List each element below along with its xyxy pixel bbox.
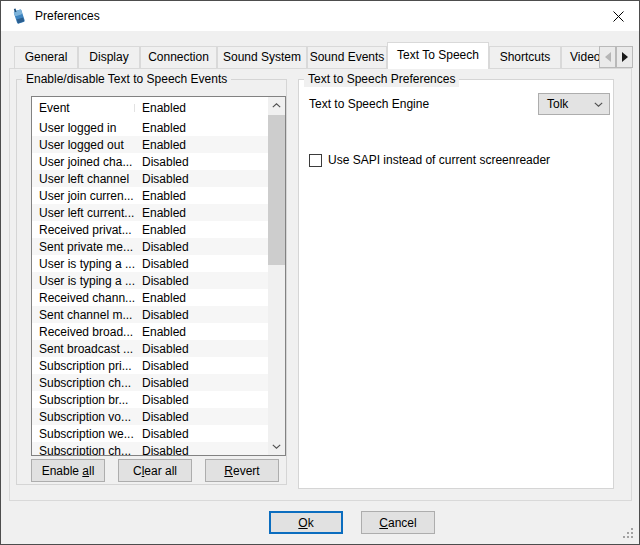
event-enabled-value: Enabled [135, 223, 268, 237]
event-name: Received chann... [32, 291, 135, 305]
list-item[interactable]: Sent private me... Disabled [32, 238, 268, 255]
scroll-right-icon [622, 52, 628, 62]
list-item[interactable]: Received chann... Enabled [32, 289, 268, 306]
event-name: Received privat... [32, 223, 135, 237]
list-item[interactable]: Received privat... Enabled [32, 221, 268, 238]
enable-all-button[interactable]: Enable all [31, 459, 105, 482]
list-item[interactable]: User is typing a ... Disabled [32, 255, 268, 272]
close-icon [613, 11, 624, 22]
preferences-dialog: Preferences General Display Connection S… [0, 0, 640, 545]
chevron-down-icon [272, 444, 281, 449]
event-enabled-value: Disabled [135, 274, 268, 288]
event-name: User is typing a ... [32, 274, 135, 288]
event-enabled-value: Enabled [135, 325, 268, 339]
event-enabled-value: Disabled [135, 155, 268, 169]
scrollbar-up-button[interactable] [268, 97, 285, 114]
event-name: Subscription vo... [32, 410, 135, 424]
close-button[interactable] [596, 1, 640, 31]
event-name: Subscription br... [32, 393, 135, 407]
use-sapi-checkbox[interactable] [309, 154, 322, 167]
event-name: Subscription ch... [32, 444, 135, 456]
event-enabled-value: Enabled [135, 121, 268, 135]
list-item[interactable]: Subscription ch... Disabled [32, 374, 268, 391]
column-header-enabled[interactable]: Enabled [135, 101, 268, 115]
use-sapi-checkbox-label[interactable]: Use SAPI instead of current screenreader [328, 150, 550, 170]
event-enabled-value: Enabled [135, 206, 268, 220]
scrollbar-thumb[interactable] [268, 115, 285, 265]
list-item[interactable]: Received broad... Enabled [32, 323, 268, 340]
event-name: User is typing a ... [32, 257, 135, 271]
event-name: Subscription pri... [32, 359, 135, 373]
list-item[interactable]: User is typing a ... Disabled [32, 272, 268, 289]
event-name: Sent channel m... [32, 308, 135, 322]
event-enabled-value: Disabled [135, 308, 268, 322]
event-list-rows: User logged in Enabled User logged out E… [32, 119, 268, 455]
tts-engine-label: Text to Speech Engine [309, 93, 429, 115]
tab-scroll-left-button[interactable] [599, 46, 616, 68]
list-item[interactable]: User joined cha... Disabled [32, 153, 268, 170]
tts-preferences-groupbox: Text to Speech Preferences [298, 79, 614, 489]
ok-button[interactable]: Ok [269, 511, 343, 534]
tts-events-group-title: Enable/disable Text to Speech Events [22, 72, 231, 87]
list-item[interactable]: User logged in Enabled [32, 119, 268, 136]
list-item[interactable]: Subscription we... Disabled [32, 425, 268, 442]
dropdown-chevron-icon [594, 102, 609, 107]
list-item[interactable]: User logged out Enabled [32, 136, 268, 153]
tts-events-list[interactable]: Event Enabled User logged in Enabled Use… [31, 96, 286, 456]
event-enabled-value: Disabled [135, 359, 268, 373]
list-item[interactable]: Sent channel m... Disabled [32, 306, 268, 323]
cancel-button[interactable]: Cancel [361, 511, 435, 534]
event-name: Subscription we... [32, 427, 135, 441]
event-name: Received broad... [32, 325, 135, 339]
list-item[interactable]: Subscription pri... Disabled [32, 357, 268, 374]
list-header[interactable]: Event Enabled [32, 97, 268, 120]
tab-display[interactable]: Display [78, 46, 140, 68]
tts-preferences-group-title: Text to Speech Preferences [304, 72, 459, 87]
window-title: Preferences [35, 1, 100, 31]
scrollbar-down-button[interactable] [268, 438, 285, 455]
event-name: Subscription ch... [32, 376, 135, 390]
tab-general[interactable]: General [14, 46, 78, 68]
event-enabled-value: Disabled [135, 257, 268, 271]
scroll-left-icon [605, 52, 611, 62]
tab-scroll-right-button[interactable] [616, 46, 633, 68]
event-name: User joined cha... [32, 155, 135, 169]
list-item[interactable]: User left channel Disabled [32, 170, 268, 187]
event-enabled-value: Disabled [135, 427, 268, 441]
event-enabled-value: Enabled [135, 291, 268, 305]
event-name: Sent broadcast ... [32, 342, 135, 356]
chevron-up-icon [272, 103, 281, 108]
tab-shortcuts[interactable]: Shortcuts [489, 46, 561, 68]
clear-all-button[interactable]: Clear all [118, 459, 192, 482]
event-enabled-value: Disabled [135, 240, 268, 254]
event-name: User logged out [32, 138, 135, 152]
tab-sound-events[interactable]: Sound Events [307, 46, 387, 68]
column-header-event[interactable]: Event [32, 101, 135, 115]
tts-engine-dropdown[interactable]: Tolk [538, 93, 610, 115]
event-enabled-value: Enabled [135, 189, 268, 203]
titlebar[interactable]: Preferences [1, 1, 639, 31]
event-name: Sent private me... [32, 240, 135, 254]
list-item[interactable]: Subscription ch... Disabled [32, 442, 268, 455]
event-enabled-value: Disabled [135, 342, 268, 356]
tab-sound-system[interactable]: Sound System [217, 46, 307, 68]
event-enabled-value: Disabled [135, 172, 268, 186]
event-name: User join curren... [32, 189, 135, 203]
list-item[interactable]: User join curren... Enabled [32, 187, 268, 204]
app-logo-icon [10, 7, 27, 25]
event-name: User logged in [32, 121, 135, 135]
tts-engine-selected-value: Tolk [539, 97, 594, 111]
list-item[interactable]: Subscription vo... Disabled [32, 408, 268, 425]
event-name: User left channel [32, 172, 135, 186]
list-item[interactable]: Sent broadcast ... Disabled [32, 340, 268, 357]
revert-button[interactable]: Revert [205, 459, 279, 482]
list-item[interactable]: User left current... Enabled [32, 204, 268, 221]
resize-grip[interactable] [623, 528, 635, 540]
event-name: User left current... [32, 206, 135, 220]
event-enabled-value: Disabled [135, 376, 268, 390]
tab-connection[interactable]: Connection [140, 46, 217, 68]
list-item[interactable]: Subscription br... Disabled [32, 391, 268, 408]
tab-text-to-speech[interactable]: Text To Speech [387, 42, 489, 69]
tab-video[interactable]: Video [561, 46, 601, 68]
list-scrollbar[interactable] [268, 97, 285, 455]
